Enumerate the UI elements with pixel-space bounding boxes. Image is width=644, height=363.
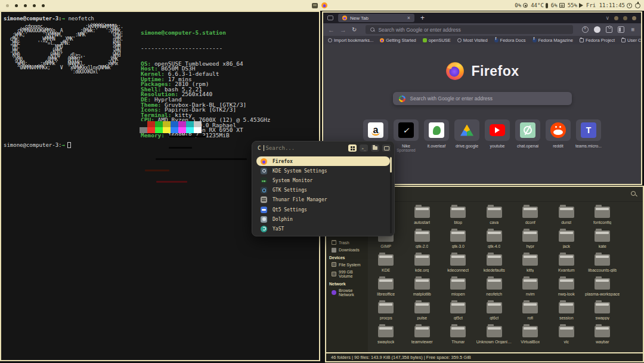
launcher-item-yast[interactable]: YaST xyxy=(256,224,390,233)
folder-item[interactable]: rofi xyxy=(512,302,549,326)
folder-item[interactable]: gtk-3.0 xyxy=(440,230,476,254)
bookmark-item[interactable]: User Communities xyxy=(621,38,641,43)
folder-item[interactable]: kitty xyxy=(512,254,549,278)
launcher-item-firefox[interactable]: Firefox xyxy=(256,156,390,166)
workspace-dot[interactable] xyxy=(15,4,18,7)
shortcut-tile-overleaf[interactable]: it.overleaf xyxy=(424,119,449,152)
power-icon[interactable] xyxy=(635,3,640,8)
shortcut-tile-reddit[interactable]: reddit xyxy=(546,119,571,152)
folder-item[interactable]: kate xyxy=(584,230,621,254)
workspace-dot[interactable] xyxy=(42,4,45,7)
bookmark-item[interactable]: Import bookmarks... xyxy=(328,38,373,43)
folder-item[interactable]: fontconfig xyxy=(584,207,621,230)
folder-item[interactable]: neofetch xyxy=(476,278,513,302)
folder-item[interactable]: procps xyxy=(368,302,404,326)
bookmark-item[interactable]: openSUSE xyxy=(423,38,451,43)
launcher-item-gtk-settings[interactable]: GTK Settings xyxy=(256,186,390,195)
new-tab-button[interactable]: + xyxy=(420,14,425,22)
tab-close-icon[interactable]: × xyxy=(407,15,410,21)
folder-item[interactable]: dconf xyxy=(512,207,549,230)
launcher-item-kde-system-settings[interactable]: KDE System Settings xyxy=(256,166,390,176)
shortcut-tile-teams[interactable]: Tteams.micro... xyxy=(576,119,601,152)
sidebar-item-trash[interactable]: Trash xyxy=(326,239,368,246)
folder-item[interactable]: matplotlib xyxy=(404,278,441,302)
window-close-button[interactable] xyxy=(632,16,636,20)
terminal-mode-button[interactable]: >_ xyxy=(360,144,368,152)
folder-item[interactable]: miopen xyxy=(440,278,476,302)
url-bar[interactable]: Search with Google or enter address xyxy=(366,25,573,34)
firefox-view-icon[interactable] xyxy=(327,16,333,20)
folder-item[interactable]: VirtualBox xyxy=(512,326,549,350)
workspace-dot[interactable] xyxy=(24,4,27,7)
sidebar-item-file-system[interactable]: File System xyxy=(326,261,368,268)
list-tabs-chevron-icon[interactable]: ∨ xyxy=(605,15,609,21)
tab-new-tab[interactable]: New Tab × xyxy=(338,14,414,22)
workspace-dot[interactable] xyxy=(6,4,9,7)
bookmark-item[interactable]: Fedora Docs xyxy=(494,38,526,43)
reload-button[interactable]: ↻ xyxy=(352,26,357,33)
launcher-item-qt5-settings[interactable]: Qt5 Settings xyxy=(256,205,390,214)
folder-item[interactable]: kdeconnect xyxy=(440,254,476,278)
folder-item[interactable]: session xyxy=(549,302,585,326)
bookmark-item[interactable]: Fedora Magazine xyxy=(532,38,573,43)
folder-item[interactable]: qt5ct xyxy=(440,302,476,326)
folder-item[interactable]: libaccounts-glib xyxy=(584,254,621,278)
taskbar-files-icon[interactable] xyxy=(312,3,318,8)
folder-item[interactable]: nwg-look xyxy=(549,278,585,302)
folder-item[interactable]: Unknown Organization xyxy=(476,326,513,350)
launcher-item-dolphin[interactable]: Dolphin xyxy=(256,214,390,224)
extensions-icon[interactable] xyxy=(606,26,612,33)
workspace-dot[interactable] xyxy=(33,4,36,7)
folder-item[interactable]: swappy xyxy=(584,302,621,326)
sidebar-icon[interactable] xyxy=(618,26,624,33)
folder-item[interactable]: gtk-2.0 xyxy=(404,230,441,254)
shortcut-tile-nike[interactable]: ✓NikeSponsored xyxy=(394,119,419,152)
folder-item[interactable]: jack xyxy=(549,230,585,254)
window-maximize-button[interactable] xyxy=(623,16,627,20)
folder-item[interactable]: Thunar xyxy=(440,326,476,350)
folder-item[interactable]: hypr xyxy=(512,230,549,254)
forward-button[interactable]: → xyxy=(340,26,346,33)
sidebar-item-999-gb-volume[interactable]: 999 GB Volume xyxy=(326,269,368,279)
launcher-item-thunar-file-manager[interactable]: Thunar File Manager xyxy=(256,195,390,205)
folder-item[interactable]: dunst xyxy=(549,207,585,230)
folder-item[interactable]: pulse xyxy=(404,302,441,326)
folder-item[interactable]: vlc xyxy=(549,326,585,350)
folder-item[interactable]: qt6ct xyxy=(476,302,513,326)
volume-indicator[interactable]: 55% xyxy=(568,2,583,8)
folder-item[interactable]: btop xyxy=(440,207,476,230)
pocket-icon[interactable] xyxy=(582,26,589,33)
account-icon[interactable] xyxy=(594,26,600,33)
shortcut-tile-youtube[interactable]: youtube xyxy=(485,119,510,152)
folder-item[interactable]: plasma-workspace xyxy=(584,278,621,302)
folder-item[interactable]: kdedefaults xyxy=(476,254,513,278)
workspace-indicators[interactable] xyxy=(6,4,45,7)
folder-item[interactable]: teamviewer xyxy=(404,326,441,350)
shortcut-tile-openai[interactable]: chat.openai xyxy=(515,119,540,152)
sidebar-item-downloads[interactable]: Downloads xyxy=(326,246,368,253)
folder-item[interactable]: cava xyxy=(476,207,513,230)
folder-item[interactable]: kde.org xyxy=(404,254,441,278)
folder-item[interactable]: swaylock xyxy=(368,326,404,350)
shortcut-tile-gdrive[interactable]: drive.google xyxy=(454,119,479,152)
launcher-item-system-monitor[interactable]: System Monitor xyxy=(256,176,390,185)
search-icon[interactable] xyxy=(631,191,637,197)
window-minimize-button[interactable] xyxy=(614,16,618,20)
bookmark-item[interactable]: Fedora Project xyxy=(580,38,615,43)
folder-item[interactable]: libreoffice xyxy=(368,278,404,302)
apps-mode-button[interactable] xyxy=(348,144,357,152)
folder-item[interactable]: autostart xyxy=(404,207,441,230)
folder-item[interactable]: Kvantum xyxy=(549,254,585,278)
terminal-prompt-line[interactable]: simone@computer-3:→ xyxy=(4,142,71,148)
folder-item[interactable]: waybar xyxy=(584,326,621,350)
bookmark-item[interactable]: Getting Started xyxy=(380,38,416,43)
launcher-search-input[interactable]: Search... xyxy=(265,145,295,151)
bookmark-item[interactable]: Most Visited xyxy=(457,38,488,43)
taskbar-firefox-icon[interactable] xyxy=(321,2,327,8)
back-button[interactable]: ← xyxy=(328,26,335,33)
folder-item[interactable]: KDE xyxy=(368,254,404,278)
windows-mode-button[interactable] xyxy=(382,144,391,152)
files-mode-button[interactable] xyxy=(371,144,379,152)
newtab-search-bar[interactable]: Search with Google or enter address xyxy=(393,92,572,105)
app-launcher[interactable]: C Search... >_ FirefoxKDE System Setting… xyxy=(252,141,395,236)
